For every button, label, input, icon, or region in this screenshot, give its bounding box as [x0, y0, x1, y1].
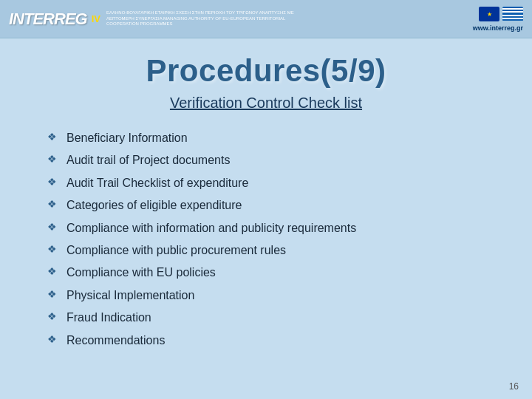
- checklist-item-text: Audit trail of Project documents: [66, 152, 230, 168]
- checklist-item-text: Compliance with EU policies: [66, 265, 216, 281]
- checklist-item-text: Categories of eligible expenditure: [66, 197, 242, 214]
- greece-flag: [502, 7, 523, 21]
- interreg-logo: INTERREG IV: [9, 10, 100, 29]
- checklist-item-text: Compliance with public procurement rules: [66, 242, 286, 259]
- bullet-icon: ❖: [44, 153, 59, 165]
- bullet-icon: ❖: [44, 310, 59, 322]
- eu-flag: ★: [479, 7, 523, 21]
- bullet-icon: ❖: [44, 333, 59, 345]
- checklist-item-text: Audit Trail Checklist of expenditure: [66, 175, 248, 191]
- bullet-icon: ❖: [44, 288, 59, 300]
- checklist: ❖Beneficiary Information❖Audit trail of …: [44, 129, 488, 349]
- bullet-icon: ❖: [44, 243, 59, 255]
- list-item: ❖Audit Trail Checklist of expenditure: [44, 174, 488, 192]
- website-url: www.interreg.gr: [473, 24, 523, 32]
- list-item: ❖Physical Implementation: [44, 287, 488, 304]
- header-right: ★ www.interreg.gr: [473, 7, 523, 32]
- bullet-icon: ❖: [44, 176, 59, 188]
- list-item: ❖Compliance with information and publici…: [44, 219, 488, 237]
- checklist-item-text: Beneficiary Information: [66, 130, 188, 146]
- page-subtitle: Verification Control Check list: [170, 95, 362, 112]
- bullet-icon: ❖: [44, 131, 59, 143]
- checklist-item-text: Compliance with information and publicit…: [66, 220, 356, 236]
- list-item: ❖Compliance with EU policies: [44, 264, 488, 282]
- bullet-icon: ❖: [44, 198, 59, 210]
- logo-text: INTERREG: [9, 10, 87, 29]
- checklist-item-text: Physical Implementation: [66, 287, 194, 304]
- list-item: ❖Beneficiary Information: [44, 129, 488, 147]
- page-number: 16: [509, 381, 519, 392]
- list-item: ❖Audit trail of Project documents: [44, 151, 488, 169]
- bullet-icon: ❖: [44, 265, 59, 277]
- eu-emblem: ★: [479, 7, 499, 21]
- svg-text:★: ★: [487, 11, 492, 18]
- list-item: ❖Fraud Indication: [44, 309, 488, 327]
- header-left: INTERREG IV ΕΛΛΗΝΟ-ΒΟΥΛΓΑΡΙΚΗ ΕΤΑΙΡΙΚΗ Σ…: [9, 10, 313, 29]
- header-subtitle: ΕΛΛΗΝΟ-ΒΟΥΛΓΑΡΙΚΗ ΕΤΑΙΡΙΚΗ ΣΧΕΣΗ ΣΤΗΝ ΠΕ…: [106, 10, 313, 27]
- checklist-item-text: Fraud Indication: [66, 310, 151, 326]
- checklist-item-text: Recommendations: [66, 332, 165, 349]
- list-item: ❖Compliance with public procurement rule…: [44, 242, 488, 259]
- list-item: ❖Categories of eligible expenditure: [44, 197, 488, 214]
- bullet-icon: ❖: [44, 221, 59, 233]
- header: INTERREG IV ΕΛΛΗΝΟ-ΒΟΥΛΓΑΡΙΚΗ ΕΤΑΙΡΙΚΗ Σ…: [0, 0, 532, 38]
- list-item: ❖Recommendations: [44, 332, 488, 349]
- slide: INTERREG IV ΕΛΛΗΝΟ-ΒΟΥΛΓΑΡΙΚΗ ΕΤΑΙΡΙΚΗ Σ…: [0, 0, 532, 399]
- main-content: Procedures(5/9) Verification Control Che…: [0, 38, 532, 399]
- logo-iv: IV: [92, 13, 100, 24]
- page-title: Procedures(5/9): [146, 53, 386, 89]
